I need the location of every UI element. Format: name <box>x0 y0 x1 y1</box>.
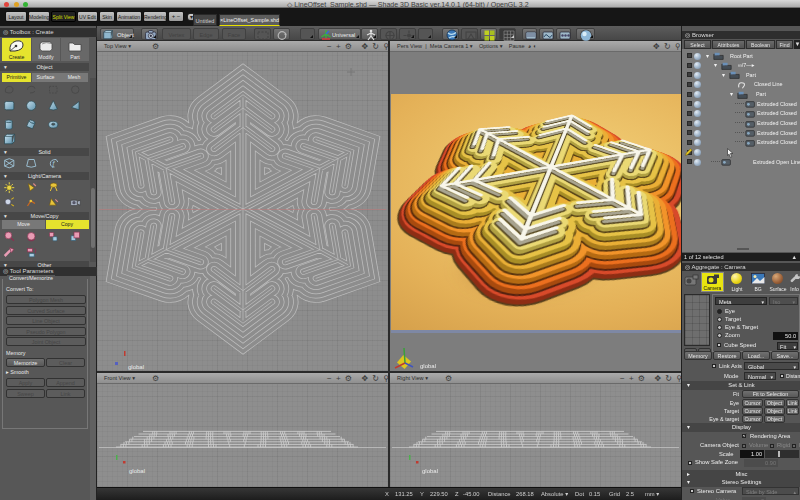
svg-text:global: global <box>128 364 144 370</box>
svg-text:ƒ: ƒ <box>51 159 55 168</box>
svg-text:global: global <box>129 468 145 474</box>
svg-text:global: global <box>420 363 436 369</box>
svg-text:global: global <box>422 468 438 474</box>
